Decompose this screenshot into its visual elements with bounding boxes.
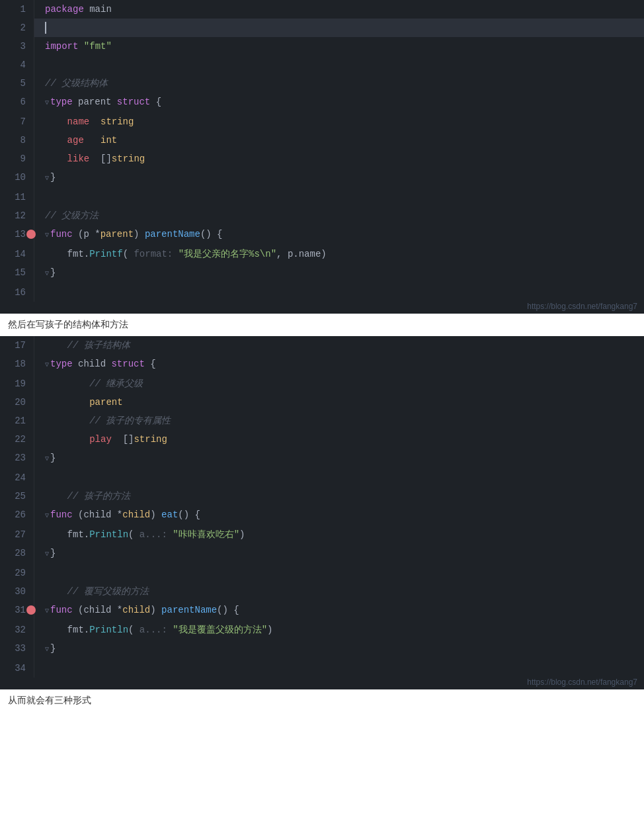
code-token: . (84, 249, 89, 259)
line-row: 7 name string (0, 112, 644, 131)
code-token: play (45, 434, 123, 445)
line-content: // 孩子的专有属性 (34, 412, 644, 430)
code-token: ) (150, 605, 161, 615)
fold-icon[interactable]: ▽ (45, 550, 49, 558)
fold-icon[interactable]: ▽ (45, 99, 49, 107)
line-content: ▽} (34, 449, 644, 468)
line-content: // 父级结构体 (34, 74, 644, 93)
code-token: parentName (161, 605, 217, 615)
text-cursor (45, 22, 46, 34)
line-content: ▽} (34, 263, 644, 283)
code-token: ) (239, 529, 245, 540)
code-token: } (50, 453, 56, 463)
code-token: parentName (145, 229, 200, 240)
line-number: 29 (0, 564, 34, 582)
code-token: * (117, 605, 122, 615)
code-token: [] (123, 434, 134, 445)
line-row: 5// 父级结构体 (0, 74, 644, 93)
line-row: 10▽} (0, 168, 644, 188)
code-token: ( (123, 249, 134, 259)
line-number: 3 (0, 37, 34, 56)
line-number: 1 (0, 0, 34, 19)
fold-icon[interactable]: ▽ (45, 646, 49, 653)
code-token: () { (178, 509, 200, 520)
line-number: 17 (0, 336, 34, 355)
line-row: 9 like []string (0, 150, 644, 168)
fold-icon[interactable]: ▽ (45, 455, 49, 462)
line-number: 34 (0, 659, 34, 678)
line-row: 29 (0, 564, 644, 582)
line-number: 28 (0, 544, 34, 564)
line-content: name string (34, 112, 644, 131)
line-content: // 孩子结构体 (34, 336, 644, 355)
line-content: ▽func (child *child) parentName() { (34, 601, 644, 621)
code-token: child (122, 605, 150, 615)
line-number: 7 (0, 112, 34, 131)
code-token: Printf (89, 249, 122, 259)
line-row: 31▽func (child *child) parentName() { (0, 601, 644, 621)
line-number: 21 (0, 412, 34, 430)
code-token: fmt (45, 625, 84, 635)
code-token: ( (128, 529, 140, 540)
between-text-2: 从而就会有三种形式 (0, 689, 644, 712)
code-token: ( (128, 625, 140, 635)
code-token: () { (217, 605, 239, 615)
fold-icon[interactable]: ▽ (45, 270, 49, 277)
line-number: 23 (0, 449, 34, 468)
line-number: 11 (0, 188, 34, 206)
line-content (34, 283, 644, 302)
line-number: 27 (0, 525, 34, 544)
code-token: func (50, 229, 73, 240)
line-number: 22 (0, 430, 34, 449)
line-row: 19 // 继承父级 (0, 374, 644, 393)
line-row: 25 // 孩子的方法 (0, 487, 644, 505)
line-number: 9 (0, 150, 34, 168)
code-token: // 父级结构体 (45, 78, 108, 89)
line-row: 23▽} (0, 449, 644, 468)
line-content: ▽} (34, 639, 644, 659)
code-token: main (84, 4, 112, 15)
code-token: "咔咔喜欢吃右" (167, 529, 239, 540)
code-token: struct (117, 97, 150, 107)
code-token: // 孩子的方法 (45, 491, 130, 502)
line-number: 12 (0, 206, 34, 225)
code-token: type (50, 97, 73, 107)
breakpoint-icon (26, 230, 36, 239)
line-content: fmt.Println( a...: "咔咔喜欢吃右") (34, 525, 644, 544)
fold-icon[interactable]: ▽ (45, 232, 49, 239)
fold-icon[interactable]: ▽ (45, 361, 49, 369)
line-content (34, 659, 644, 678)
line-content: // 父级方法 (34, 206, 644, 225)
line-row: 15▽} (0, 263, 644, 283)
code-token: type (50, 359, 73, 369)
code-token: . (84, 529, 89, 540)
code-token: [] (101, 154, 112, 164)
code-token: child (73, 359, 112, 369)
code-token: (child (73, 605, 117, 615)
code-token: a...: (140, 529, 167, 540)
code-token: parent (45, 397, 123, 408)
fold-icon[interactable]: ▽ (45, 512, 49, 519)
line-number: 16 (0, 283, 34, 302)
code-token: { (145, 359, 156, 369)
code-token: Println (89, 625, 128, 635)
fold-icon[interactable]: ▽ (45, 175, 49, 182)
line-number: 14 (0, 245, 34, 263)
code-token: string (101, 116, 134, 127)
code-token: "fmt" (78, 41, 111, 52)
line-row: 22 play []string (0, 430, 644, 449)
line-number: 24 (0, 468, 34, 487)
code-token: parent (101, 229, 134, 240)
code-token: package (45, 4, 84, 15)
line-number: 2 (0, 19, 34, 37)
code-token: { (150, 97, 161, 107)
line-row: 26▽func (child *child) eat() { (0, 505, 644, 525)
code-token: ) (267, 625, 272, 635)
line-row: 3import "fmt" (0, 37, 644, 56)
code-token: format: (134, 249, 173, 259)
code-token: "我是父亲的名字%s\n" (173, 249, 276, 259)
line-row: 14 fmt.Printf( format: "我是父亲的名字%s\n", p.… (0, 245, 644, 263)
fold-icon[interactable]: ▽ (45, 607, 49, 615)
page-container: 1package main23import "fmt"45// 父级结构体6▽t… (0, 0, 644, 712)
line-content: package main (34, 0, 644, 19)
